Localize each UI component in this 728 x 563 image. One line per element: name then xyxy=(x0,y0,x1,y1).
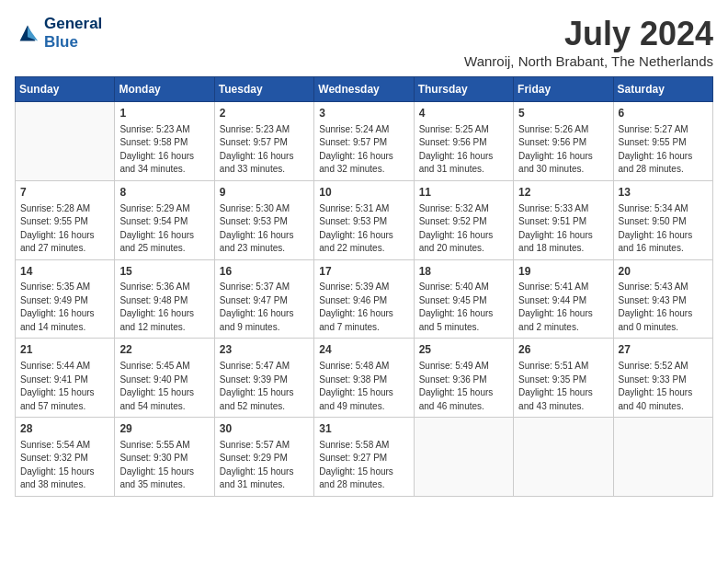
day-info: Sunrise: 5:39 AM Sunset: 9:46 PM Dayligh… xyxy=(319,281,408,334)
day-number: 16 xyxy=(220,264,309,280)
day-info: Sunrise: 5:40 AM Sunset: 9:45 PM Dayligh… xyxy=(419,281,508,334)
day-number: 22 xyxy=(119,342,209,358)
day-number: 14 xyxy=(20,264,109,280)
calendar-day-25: 25Sunrise: 5:49 AM Sunset: 9:36 PM Dayli… xyxy=(414,339,513,418)
logo-icon xyxy=(15,20,40,46)
day-info: Sunrise: 5:47 AM Sunset: 9:39 PM Dayligh… xyxy=(220,360,309,413)
calendar-header-row: SundayMondayTuesdayWednesdayThursdayFrid… xyxy=(16,77,713,102)
logo-text: General Blue xyxy=(44,15,102,52)
day-number: 1 xyxy=(119,106,209,121)
calendar-day-1: 1Sunrise: 5:23 AM Sunset: 9:58 PM Daylig… xyxy=(115,102,214,181)
day-info: Sunrise: 5:44 AM Sunset: 9:41 PM Dayligh… xyxy=(20,360,109,413)
calendar-day-4: 4Sunrise: 5:25 AM Sunset: 9:56 PM Daylig… xyxy=(414,102,513,181)
day-number: 11 xyxy=(419,185,508,201)
day-info: Sunrise: 5:31 AM Sunset: 9:53 PM Dayligh… xyxy=(319,202,408,256)
day-info: Sunrise: 5:24 AM Sunset: 9:57 PM Dayligh… xyxy=(319,123,408,177)
day-number: 28 xyxy=(20,421,109,437)
day-info: Sunrise: 5:51 AM Sunset: 9:35 PM Dayligh… xyxy=(518,360,608,413)
day-info: Sunrise: 5:23 AM Sunset: 9:57 PM Dayligh… xyxy=(220,123,309,177)
day-number: 15 xyxy=(119,264,209,280)
calendar-day-9: 9Sunrise: 5:30 AM Sunset: 9:53 PM Daylig… xyxy=(214,180,313,259)
calendar-day-6: 6Sunrise: 5:27 AM Sunset: 9:55 PM Daylig… xyxy=(613,102,712,181)
day-number: 4 xyxy=(419,106,508,121)
day-info: Sunrise: 5:52 AM Sunset: 9:33 PM Dayligh… xyxy=(619,360,708,413)
day-info: Sunrise: 5:30 AM Sunset: 9:53 PM Dayligh… xyxy=(220,202,309,256)
day-number: 23 xyxy=(220,342,309,358)
calendar-day-5: 5Sunrise: 5:26 AM Sunset: 9:56 PM Daylig… xyxy=(514,102,613,181)
day-number: 29 xyxy=(119,421,209,437)
day-info: Sunrise: 5:33 AM Sunset: 9:51 PM Dayligh… xyxy=(518,202,608,256)
calendar-table: SundayMondayTuesdayWednesdayThursdayFrid… xyxy=(15,76,713,497)
calendar-day-26: 26Sunrise: 5:51 AM Sunset: 9:35 PM Dayli… xyxy=(514,339,613,418)
day-info: Sunrise: 5:36 AM Sunset: 9:48 PM Dayligh… xyxy=(119,281,209,334)
month-title: July 2024 xyxy=(464,15,713,53)
day-info: Sunrise: 5:32 AM Sunset: 9:52 PM Dayligh… xyxy=(419,202,508,256)
day-number: 20 xyxy=(619,264,708,280)
calendar-day-8: 8Sunrise: 5:29 AM Sunset: 9:54 PM Daylig… xyxy=(115,180,214,259)
day-number: 9 xyxy=(220,185,309,201)
calendar-day-28: 28Sunrise: 5:54 AM Sunset: 9:32 PM Dayli… xyxy=(16,418,115,497)
weekday-header-thursday: Thursday xyxy=(414,77,513,102)
calendar-day-22: 22Sunrise: 5:45 AM Sunset: 9:40 PM Dayli… xyxy=(115,339,214,418)
day-info: Sunrise: 5:26 AM Sunset: 9:56 PM Dayligh… xyxy=(518,123,608,177)
calendar-day-7: 7Sunrise: 5:28 AM Sunset: 9:55 PM Daylig… xyxy=(16,180,115,259)
page-header: General Blue July 2024 Wanroij, North Br… xyxy=(15,15,713,69)
day-info: Sunrise: 5:25 AM Sunset: 9:56 PM Dayligh… xyxy=(419,123,508,177)
day-info: Sunrise: 5:58 AM Sunset: 9:27 PM Dayligh… xyxy=(319,439,408,492)
calendar-day-18: 18Sunrise: 5:40 AM Sunset: 9:45 PM Dayli… xyxy=(414,259,513,339)
day-number: 3 xyxy=(319,106,408,121)
weekday-header-monday: Monday xyxy=(115,77,214,102)
day-number: 18 xyxy=(419,264,508,280)
calendar-day-31: 31Sunrise: 5:58 AM Sunset: 9:27 PM Dayli… xyxy=(314,418,414,497)
calendar-day-3: 3Sunrise: 5:24 AM Sunset: 9:57 PM Daylig… xyxy=(314,102,414,181)
calendar-week-row: 28Sunrise: 5:54 AM Sunset: 9:32 PM Dayli… xyxy=(16,418,713,497)
day-number: 8 xyxy=(119,185,209,201)
day-number: 10 xyxy=(319,185,408,201)
day-info: Sunrise: 5:37 AM Sunset: 9:47 PM Dayligh… xyxy=(220,281,309,334)
day-number: 21 xyxy=(20,342,109,358)
day-info: Sunrise: 5:27 AM Sunset: 9:55 PM Dayligh… xyxy=(619,123,708,177)
day-number: 7 xyxy=(20,185,109,201)
day-info: Sunrise: 5:35 AM Sunset: 9:49 PM Dayligh… xyxy=(20,281,109,334)
calendar-day-27: 27Sunrise: 5:52 AM Sunset: 9:33 PM Dayli… xyxy=(613,339,712,418)
day-number: 17 xyxy=(319,264,408,280)
day-info: Sunrise: 5:54 AM Sunset: 9:32 PM Dayligh… xyxy=(20,439,109,492)
calendar-day-19: 19Sunrise: 5:41 AM Sunset: 9:44 PM Dayli… xyxy=(514,259,613,339)
day-info: Sunrise: 5:29 AM Sunset: 9:54 PM Dayligh… xyxy=(119,202,209,256)
day-info: Sunrise: 5:28 AM Sunset: 9:55 PM Dayligh… xyxy=(20,202,109,256)
day-number: 27 xyxy=(619,342,708,358)
day-info: Sunrise: 5:57 AM Sunset: 9:29 PM Dayligh… xyxy=(220,439,309,492)
logo: General Blue xyxy=(15,15,102,52)
weekday-header-wednesday: Wednesday xyxy=(314,77,414,102)
calendar-day-14: 14Sunrise: 5:35 AM Sunset: 9:49 PM Dayli… xyxy=(16,259,115,339)
day-number: 2 xyxy=(220,106,309,121)
day-number: 6 xyxy=(619,106,708,121)
weekday-header-tuesday: Tuesday xyxy=(214,77,313,102)
calendar-day-24: 24Sunrise: 5:48 AM Sunset: 9:38 PM Dayli… xyxy=(314,339,414,418)
day-info: Sunrise: 5:55 AM Sunset: 9:30 PM Dayligh… xyxy=(119,439,209,492)
calendar-week-row: 1Sunrise: 5:23 AM Sunset: 9:58 PM Daylig… xyxy=(16,102,713,181)
calendar-day-empty xyxy=(16,102,115,181)
calendar-day-empty xyxy=(414,418,513,497)
weekday-header-sunday: Sunday xyxy=(16,77,115,102)
day-info: Sunrise: 5:34 AM Sunset: 9:50 PM Dayligh… xyxy=(619,202,708,256)
day-number: 31 xyxy=(319,421,408,437)
day-number: 12 xyxy=(518,185,608,201)
day-number: 30 xyxy=(220,421,309,437)
calendar-day-30: 30Sunrise: 5:57 AM Sunset: 9:29 PM Dayli… xyxy=(214,418,313,497)
day-number: 19 xyxy=(518,264,608,280)
location: Wanroij, North Brabant, The Netherlands xyxy=(464,53,713,69)
calendar-day-21: 21Sunrise: 5:44 AM Sunset: 9:41 PM Dayli… xyxy=(16,339,115,418)
calendar-day-12: 12Sunrise: 5:33 AM Sunset: 9:51 PM Dayli… xyxy=(514,180,613,259)
day-info: Sunrise: 5:49 AM Sunset: 9:36 PM Dayligh… xyxy=(419,360,508,413)
calendar-day-23: 23Sunrise: 5:47 AM Sunset: 9:39 PM Dayli… xyxy=(214,339,313,418)
title-block: July 2024 Wanroij, North Brabant, The Ne… xyxy=(464,15,713,69)
day-number: 25 xyxy=(419,342,508,358)
calendar-day-11: 11Sunrise: 5:32 AM Sunset: 9:52 PM Dayli… xyxy=(414,180,513,259)
day-info: Sunrise: 5:41 AM Sunset: 9:44 PM Dayligh… xyxy=(518,281,608,334)
calendar-day-15: 15Sunrise: 5:36 AM Sunset: 9:48 PM Dayli… xyxy=(115,259,214,339)
calendar-week-row: 14Sunrise: 5:35 AM Sunset: 9:49 PM Dayli… xyxy=(16,259,713,339)
weekday-header-friday: Friday xyxy=(514,77,613,102)
calendar-day-empty xyxy=(613,418,712,497)
day-number: 5 xyxy=(518,106,608,121)
